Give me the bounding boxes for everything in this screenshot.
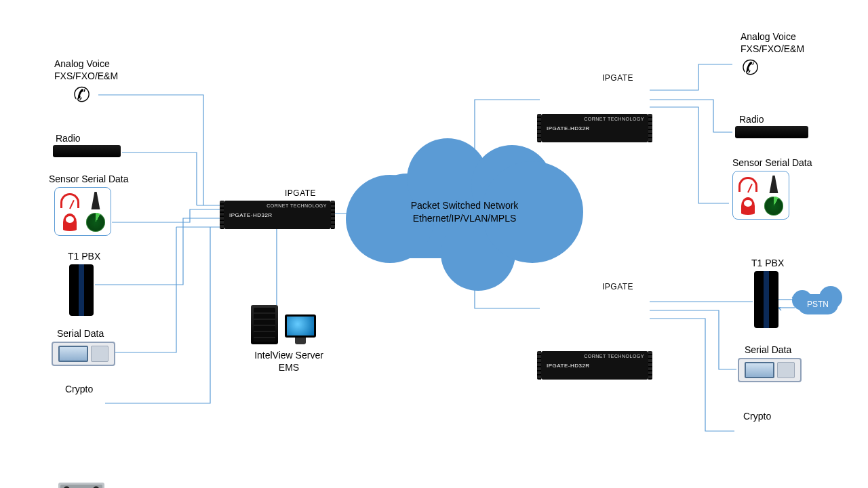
location-pin-icon bbox=[58, 213, 81, 232]
ipgate-device-lower-right: IPGATE-HD32R CORNET TECHNOLOGY bbox=[541, 351, 648, 380]
right-serial-label: Serial Data bbox=[745, 344, 791, 357]
radio-device-left bbox=[53, 145, 121, 157]
gateway-model: IPGATE-HD32R bbox=[547, 125, 590, 131]
sensor-panel-right bbox=[732, 171, 789, 220]
right-analog-label: Analog Voice FXS/FXO/E&M bbox=[741, 31, 804, 55]
left-sensor-label: Sensor Serial Data bbox=[49, 174, 129, 186]
radio-device-right bbox=[735, 126, 808, 138]
radar-icon bbox=[84, 213, 107, 232]
gateway-vendor: CORNET TECHNOLOGY bbox=[584, 354, 644, 359]
serial-device-right bbox=[738, 358, 802, 382]
ems-label: IntelView Server EMS bbox=[248, 350, 330, 373]
right-radio-label: Radio bbox=[739, 114, 764, 126]
gauge-icon bbox=[58, 191, 81, 210]
ems-server-icon bbox=[251, 305, 316, 344]
pbx-device-left bbox=[69, 264, 94, 316]
gateway-vendor: CORNET TECHNOLOGY bbox=[584, 117, 644, 121]
gateway-title-left: IPGATE bbox=[285, 188, 316, 198]
left-analog-label: Analog Voice FXS/FXO/E&M bbox=[54, 58, 118, 82]
cloud-line1: Packet Switched Network bbox=[366, 199, 563, 212]
tower-icon bbox=[762, 175, 785, 194]
crypto-device-left bbox=[58, 483, 104, 488]
network-cloud: Packet Switched Network Ethernet/IP/VLAN… bbox=[366, 174, 563, 258]
location-pin-icon bbox=[736, 197, 760, 216]
serial-device-left bbox=[52, 342, 115, 366]
gateway-vendor: CORNET TECHNOLOGY bbox=[267, 203, 327, 208]
cloud-line2: Ethernet/IP/VLAN/MPLS bbox=[366, 212, 563, 225]
gateway-model: IPGATE-HD32R bbox=[229, 212, 273, 218]
gateway-title-lower-right: IPGATE bbox=[602, 282, 633, 291]
phone-icon: ✆ bbox=[73, 83, 90, 106]
phone-icon: ✆ bbox=[742, 56, 759, 79]
gateway-title-upper-right: IPGATE bbox=[602, 73, 633, 83]
server-rack-icon bbox=[251, 305, 278, 344]
pstn-cloud: PSTN bbox=[797, 294, 838, 314]
tower-icon bbox=[84, 191, 107, 210]
left-crypto-label: Crypto bbox=[65, 384, 93, 396]
pstn-label: PSTN bbox=[797, 294, 838, 314]
left-serial-label: Serial Data bbox=[57, 328, 104, 340]
pbx-device-right bbox=[754, 271, 778, 328]
left-t1pbx-label: T1 PBX bbox=[68, 251, 100, 263]
right-t1pbx-label: T1 PBX bbox=[751, 258, 784, 270]
gateway-model: IPGATE-HD32R bbox=[547, 363, 590, 369]
sensor-panel-left bbox=[54, 187, 111, 236]
radar-icon bbox=[762, 197, 785, 216]
left-radio-label: Radio bbox=[56, 133, 81, 145]
right-crypto-label: Crypto bbox=[743, 411, 771, 423]
ipgate-device-upper-right: IPGATE-HD32R CORNET TECHNOLOGY bbox=[541, 114, 648, 142]
gauge-icon bbox=[736, 175, 760, 194]
ipgate-device-left: IPGATE-HD32R CORNET TECHNOLOGY bbox=[224, 201, 331, 229]
monitor-icon bbox=[285, 314, 316, 344]
right-sensor-label: Sensor Serial Data bbox=[732, 157, 812, 169]
